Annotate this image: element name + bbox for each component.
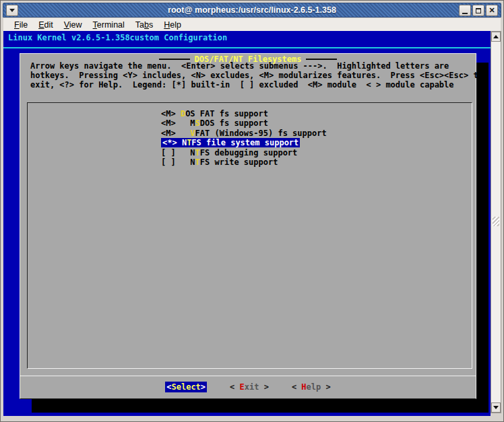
menu-accel: F <box>14 20 20 30</box>
maximize-icon <box>476 8 481 13</box>
scroll-up-button[interactable] <box>491 32 501 42</box>
button-separator-line <box>20 376 476 376</box>
menu-item-ntfs-debug[interactable]: [ ] NTFS debugging support <box>28 148 472 157</box>
instructions-line: Arrow keys navigate the menu. <Enter> se… <box>30 61 483 71</box>
item-label: DOS fs support <box>200 118 268 128</box>
menu-label-post: elp <box>170 20 181 30</box>
menu-item-msdos[interactable]: <M> MSDOS fs support <box>28 118 472 128</box>
close-icon: ✕ <box>489 7 495 14</box>
terminal-window: root@ morpheus:/usr/src/linux-2.6.5-1.35… <box>0 0 504 422</box>
terminal-screen[interactable]: Linux Kernel v2.6.5-1.358custom Configur… <box>3 31 491 416</box>
menu-file[interactable]: File <box>9 20 33 30</box>
item-label: FS debugging support <box>200 148 298 157</box>
button-bracket: > <box>321 382 330 392</box>
button-hotkey: H <box>301 382 306 392</box>
menu-item-vfat[interactable]: <M> VFAT (Windows-95) fs support <box>28 129 472 138</box>
exit-button[interactable]: < Exit > <box>230 382 269 392</box>
item-label: FS file system support <box>191 138 298 147</box>
minimize-icon <box>462 13 468 14</box>
scrollbar-thumb[interactable] <box>491 42 501 402</box>
menu-accel: b <box>144 20 149 30</box>
menu-label-pre: Ta <box>135 20 144 30</box>
menu-accel: H <box>164 20 170 30</box>
button-bracket: > <box>259 382 268 392</box>
button-label: elp <box>307 382 321 392</box>
item-state: <M> M <box>161 118 195 128</box>
menu-help[interactable]: Help <box>158 20 187 30</box>
menu-label-post: s <box>149 20 153 30</box>
item-hotkey: S <box>195 118 200 128</box>
menu-label-post: erminal <box>97 20 125 30</box>
item-state: <M> <box>161 109 181 118</box>
menu-item-dos-fat[interactable]: <M> DOS FAT fs support <box>28 109 472 118</box>
scroll-down-button[interactable] <box>491 402 501 413</box>
button-label: elect <box>177 382 201 392</box>
menu-view[interactable]: View <box>59 20 88 30</box>
scrollbar-grip <box>493 217 499 226</box>
instructions-line: hotkeys. Pressing <Y> includes, <N> excl… <box>30 71 483 80</box>
window-titlebar[interactable]: root@ morpheus:/usr/src/linux-2.6.5-1.35… <box>3 3 501 17</box>
dialog-instructions: Arrow keys navigate the menu. <Enter> se… <box>30 61 483 90</box>
maximize-button[interactable] <box>472 5 484 16</box>
menu-tabs[interactable]: Tabs <box>130 20 158 30</box>
window-title: root@ morpheus:/usr/src/linux-2.6.5-1.35… <box>168 5 336 15</box>
button-bracket: < <box>230 382 239 392</box>
menu-accel: V <box>64 20 69 30</box>
menuconfig-dialog: DOS/FAT/NT Filesystems Arrow keys naviga… <box>20 53 476 399</box>
minimize-button[interactable] <box>459 5 471 16</box>
arrow-up-icon <box>493 35 499 38</box>
help-button[interactable]: < Help > <box>292 382 331 392</box>
menu-item-ntfs-selected[interactable]: <*> NTFS file system support <box>28 138 472 147</box>
item-state: <*> N <box>162 138 187 147</box>
item-label: FS write support <box>200 157 278 167</box>
terminal-scrollbar[interactable] <box>491 31 501 413</box>
item-hotkey: V <box>190 129 195 138</box>
menu-label-post: ile <box>20 20 28 30</box>
menu-accel: E <box>38 20 44 30</box>
window-menu-button[interactable] <box>6 5 18 16</box>
button-label: xit <box>245 382 259 392</box>
menubar: File Edit View Terminal Tabs Help <box>3 18 501 31</box>
menu-listbox: <M> DOS FAT fs support <M> MSDOS fs supp… <box>27 102 472 369</box>
header-separator-line <box>3 47 491 48</box>
arrow-down-icon <box>493 406 499 409</box>
menu-label-post: iew <box>69 20 82 30</box>
select-button[interactable]: <Select> <box>165 382 207 392</box>
item-label: FAT (Windows-95) fs support <box>195 129 327 138</box>
item-hotkey: T <box>195 157 200 167</box>
menu-terminal[interactable]: Terminal <box>88 20 130 30</box>
button-bracket: > <box>201 382 206 392</box>
title-dash-right <box>306 59 337 60</box>
instructions-line: exit, <?> for Help. Legend: [*] built-in… <box>30 80 483 90</box>
menu-label-post: dit <box>44 20 53 30</box>
close-button[interactable]: ✕ <box>486 5 498 16</box>
button-hotkey: E <box>240 382 245 392</box>
chevron-down-icon <box>9 9 15 12</box>
item-label: OS FAT fs support <box>185 109 268 118</box>
item-state: [ ] N <box>161 148 195 157</box>
menu-edit[interactable]: Edit <box>33 20 59 30</box>
kernel-config-header: Linux Kernel v2.6.5-1.358custom Configur… <box>8 33 227 42</box>
item-hotkey: T <box>195 148 200 157</box>
menu-item-ntfs-write[interactable]: [ ] NTFS write support <box>28 157 472 167</box>
title-dash-left <box>159 59 190 60</box>
button-bracket: < <box>292 382 301 392</box>
dialog-button-row: <Select> < Exit > < Help > <box>20 381 476 392</box>
item-state: [ ] N <box>161 157 195 167</box>
item-state: <M> <box>161 129 190 138</box>
button-hotkey: S <box>171 382 176 392</box>
